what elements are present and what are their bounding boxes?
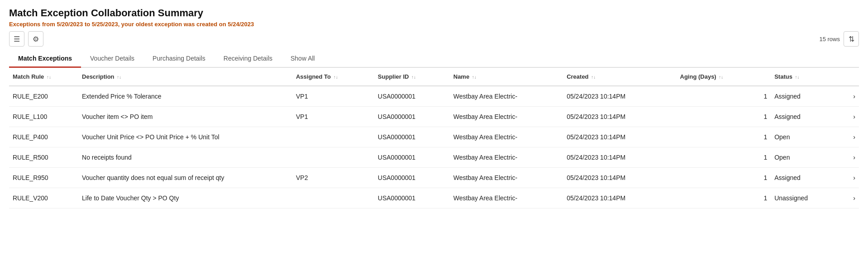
table-header-row: Match Rule ↑↓ Description ↑↓ Assigned To…	[9, 68, 859, 86]
cell-aging-days: 1	[677, 168, 771, 188]
cell-status: Open	[771, 147, 840, 168]
filter-button[interactable]: ☰	[9, 31, 24, 47]
cell-assigned-to: VP2	[292, 168, 374, 188]
cell-status: Assigned	[771, 107, 840, 127]
cell-name: Westbay Area Electric-	[450, 127, 563, 147]
gear-icon: ⚙	[33, 35, 39, 43]
cell-supplier-id: USA0000001	[374, 127, 450, 147]
sort-arrows-aging-days: ↑↓	[719, 75, 723, 80]
row-chevron[interactable]: ›	[840, 127, 859, 147]
cell-created: 05/24/2023 10:14PM	[563, 107, 676, 127]
page-title: Match Exception Collaboration Summary	[9, 7, 859, 19]
tabs: Match Exceptions Voucher Details Purchas…	[9, 50, 859, 68]
table-row[interactable]: RULE_V200Life to Date Voucher Qty > PO Q…	[9, 188, 859, 208]
sort-arrows-match-rule: ↑↓	[47, 75, 51, 80]
tab-show-all[interactable]: Show All	[281, 50, 324, 68]
cell-assigned-to: VP1	[292, 107, 374, 127]
cell-description: Voucher item <> PO item	[78, 107, 292, 127]
exception-info: Exceptions from 5/20/2023 to 5/25/2023, …	[9, 21, 859, 28]
cell-supplier-id: USA0000001	[374, 168, 450, 188]
cell-supplier-id: USA0000001	[374, 86, 450, 107]
cell-supplier-id: USA0000001	[374, 107, 450, 127]
sort-button[interactable]: ⇅	[844, 31, 859, 47]
tab-receiving-details[interactable]: Receiving Details	[215, 50, 281, 68]
cell-description: Voucher quantity does not equal sum of r…	[78, 168, 292, 188]
sort-arrows-name: ↑↓	[472, 75, 477, 80]
cell-name: Westbay Area Electric-	[450, 86, 563, 107]
row-chevron[interactable]: ›	[840, 107, 859, 127]
table-row[interactable]: RULE_R500No receipts foundUSA0000001West…	[9, 147, 859, 168]
cell-description: Life to Date Voucher Qty > PO Qty	[78, 188, 292, 208]
col-header-status[interactable]: Status ↑↓	[771, 68, 840, 86]
cell-status: Assigned	[771, 86, 840, 107]
cell-name: Westbay Area Electric-	[450, 188, 563, 208]
cell-match-rule: RULE_L100	[9, 107, 78, 127]
table-row[interactable]: RULE_P400Voucher Unit Price <> PO Unit P…	[9, 127, 859, 147]
toolbar-right: 15 rows ⇅	[819, 31, 859, 47]
tab-purchasing-details[interactable]: Purchasing Details	[143, 50, 215, 68]
cell-name: Westbay Area Electric-	[450, 147, 563, 168]
sort-arrows-supplier-id: ↑↓	[411, 75, 416, 80]
table-row[interactable]: RULE_R950Voucher quantity does not equal…	[9, 168, 859, 188]
settings-button[interactable]: ⚙	[28, 31, 43, 47]
cell-created: 05/24/2023 10:14PM	[563, 86, 676, 107]
sort-arrows-created: ↑↓	[591, 75, 596, 80]
sort-arrows-assigned-to: ↑↓	[334, 75, 338, 80]
row-chevron[interactable]: ›	[840, 188, 859, 208]
cell-match-rule: RULE_R500	[9, 147, 78, 168]
cell-match-rule: RULE_V200	[9, 188, 78, 208]
cell-aging-days: 1	[677, 107, 771, 127]
cell-description: No receipts found	[78, 147, 292, 168]
sort-arrows-status: ↑↓	[795, 75, 800, 80]
cell-match-rule: RULE_E200	[9, 86, 78, 107]
cell-created: 05/24/2023 10:14PM	[563, 127, 676, 147]
tab-voucher-details[interactable]: Voucher Details	[81, 50, 143, 68]
tab-match-exceptions[interactable]: Match Exceptions	[9, 50, 81, 68]
col-header-aging-days[interactable]: Aging (Days) ↑↓	[677, 68, 771, 86]
cell-supplier-id: USA0000001	[374, 188, 450, 208]
row-chevron[interactable]: ›	[840, 147, 859, 168]
cell-match-rule: RULE_R950	[9, 168, 78, 188]
cell-description: Voucher Unit Price <> PO Unit Price + % …	[78, 127, 292, 147]
cell-assigned-to	[292, 188, 374, 208]
cell-name: Westbay Area Electric-	[450, 107, 563, 127]
table-row[interactable]: RULE_L100Voucher item <> PO itemVP1USA00…	[9, 107, 859, 127]
cell-created: 05/24/2023 10:14PM	[563, 147, 676, 168]
cell-created: 05/24/2023 10:14PM	[563, 188, 676, 208]
cell-assigned-to	[292, 147, 374, 168]
sort-icon: ⇅	[849, 35, 854, 43]
cell-aging-days: 1	[677, 127, 771, 147]
cell-assigned-to	[292, 127, 374, 147]
col-header-match-rule[interactable]: Match Rule ↑↓	[9, 68, 78, 86]
cell-name: Westbay Area Electric-	[450, 168, 563, 188]
col-header-description[interactable]: Description ↑↓	[78, 68, 292, 86]
data-table: Match Rule ↑↓ Description ↑↓ Assigned To…	[9, 68, 859, 208]
cell-aging-days: 1	[677, 86, 771, 107]
toolbar-left: ☰ ⚙	[9, 31, 43, 47]
rows-count: 15 rows	[819, 36, 840, 43]
row-chevron[interactable]: ›	[840, 168, 859, 188]
cell-status: Open	[771, 127, 840, 147]
col-header-assigned-to[interactable]: Assigned To ↑↓	[292, 68, 374, 86]
cell-assigned-to: VP1	[292, 86, 374, 107]
sort-arrows-description: ↑↓	[117, 75, 121, 80]
cell-description: Extended Price % Tolerance	[78, 86, 292, 107]
row-chevron[interactable]: ›	[840, 86, 859, 107]
cell-status: Unassigned	[771, 188, 840, 208]
table-row[interactable]: RULE_E200Extended Price % ToleranceVP1US…	[9, 86, 859, 107]
cell-created: 05/24/2023 10:14PM	[563, 168, 676, 188]
col-header-supplier-id[interactable]: Supplier ID ↑↓	[374, 68, 450, 86]
top-bar: ☰ ⚙ 15 rows ⇅	[9, 31, 859, 47]
cell-supplier-id: USA0000001	[374, 147, 450, 168]
cell-match-rule: RULE_P400	[9, 127, 78, 147]
col-header-name[interactable]: Name ↑↓	[450, 68, 563, 86]
cell-status: Assigned	[771, 168, 840, 188]
col-header-created[interactable]: Created ↑↓	[563, 68, 676, 86]
cell-aging-days: 1	[677, 188, 771, 208]
cell-aging-days: 1	[677, 147, 771, 168]
filter-icon: ☰	[14, 35, 20, 43]
